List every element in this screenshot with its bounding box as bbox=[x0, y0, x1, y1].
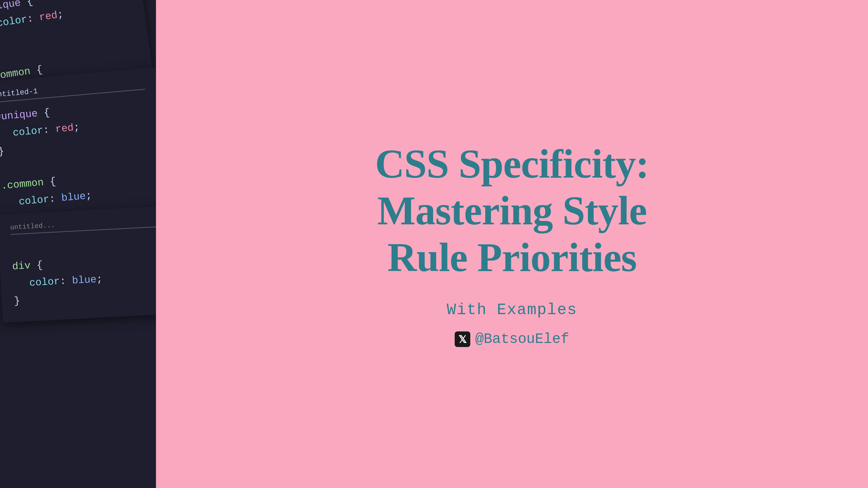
tab-bar-3: untitled... bbox=[10, 216, 156, 235]
title-line-1: CSS Specificity: bbox=[375, 141, 649, 186]
author-row: 𝕏 @BatsouElef bbox=[455, 331, 569, 347]
author-handle: @BatsouElef bbox=[475, 331, 569, 347]
code-card-3: untitled... div { color: blue; } bbox=[0, 206, 156, 323]
left-panel: #unique { color: red; } .common { color:… bbox=[0, 0, 156, 488]
title-line-3: Rule Priorities bbox=[388, 235, 637, 280]
right-panel: CSS Specificity: Mastering Style Rule Pr… bbox=[156, 0, 868, 488]
subtitle: With Examples bbox=[447, 301, 577, 319]
x-icon: 𝕏 bbox=[455, 331, 470, 347]
title-line-2: Mastering Style bbox=[377, 188, 647, 233]
main-title: CSS Specificity: Mastering Style Rule Pr… bbox=[375, 141, 649, 281]
